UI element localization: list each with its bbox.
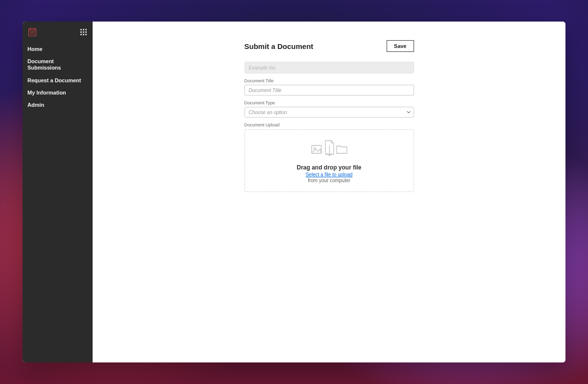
document-type-select-wrap: Choose an option — [245, 107, 414, 118]
company-value: Example Inc. — [249, 65, 277, 71]
document-upload-label: Document Upload — [245, 122, 414, 127]
document-title-label: Document Title — [245, 78, 414, 83]
document-title-field: Document Title — [245, 78, 414, 96]
document-title-input[interactable] — [245, 85, 414, 96]
sidebar: Home Document Submissions Request a Docu… — [23, 22, 93, 362]
form-header: Submit a Document Save — [245, 40, 414, 52]
sidebar-item-label: Admin — [27, 102, 44, 108]
sidebar-header — [23, 22, 93, 43]
sidebar-item-label: My Information — [27, 90, 66, 96]
calendar-logo-icon — [28, 27, 36, 36]
document-type-placeholder: Choose an option — [249, 110, 287, 115]
app-window: Home Document Submissions Request a Docu… — [23, 22, 565, 362]
save-button[interactable]: Save — [387, 40, 414, 52]
dropzone-title: Drag and drop your file — [296, 164, 361, 171]
document-upload-field: Document Upload — [245, 122, 414, 192]
sidebar-nav: Home Document Submissions Request a Docu… — [23, 43, 93, 111]
sidebar-item-home[interactable]: Home — [23, 43, 93, 55]
svg-rect-0 — [29, 29, 36, 36]
svg-point-8 — [314, 147, 316, 149]
page-title: Submit a Document — [245, 42, 314, 50]
document-type-label: Document Type — [245, 100, 414, 105]
main-content: Submit a Document Save Example Inc. Docu… — [93, 22, 565, 362]
sidebar-item-request-document[interactable]: Request a Document — [23, 74, 93, 87]
sidebar-item-document-submissions[interactable]: Document Submissions — [23, 55, 93, 74]
dropzone-subtext: from your computer — [308, 178, 350, 183]
submit-document-form: Submit a Document Save Example Inc. Docu… — [245, 40, 414, 192]
company-field: Example Inc. — [245, 62, 414, 73]
company-readonly-input: Example Inc. — [245, 62, 414, 73]
apps-grid-icon[interactable] — [80, 29, 87, 35]
upload-dropzone[interactable]: Drag and drop your file Select a file to… — [245, 129, 414, 192]
sidebar-item-my-information[interactable]: My Information — [23, 87, 93, 99]
sidebar-item-label: Home — [27, 46, 43, 52]
upload-illustration-icon — [311, 139, 348, 159]
sidebar-item-label: Document Submissions — [27, 58, 61, 71]
document-type-field: Document Type Choose an option — [245, 100, 414, 118]
sidebar-item-admin[interactable]: Admin — [23, 99, 93, 111]
document-type-select[interactable]: Choose an option — [245, 107, 414, 118]
select-file-link[interactable]: Select a file to upload — [306, 172, 353, 177]
sidebar-item-label: Request a Document — [27, 77, 81, 83]
